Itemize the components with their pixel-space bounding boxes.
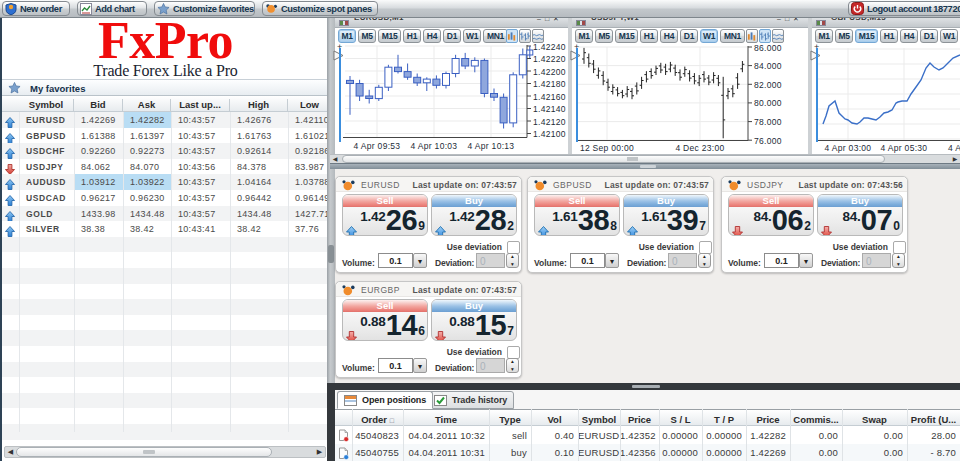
svg-text:82.000: 82.000	[754, 80, 782, 90]
svg-text:12 Sep 00:00: 12 Sep 00:00	[580, 143, 634, 153]
svg-text:4 Apr 09:53: 4 Apr 09:53	[354, 141, 401, 151]
svg-text:1.42160: 1.42160	[533, 92, 566, 102]
svg-text:4 Apr 10:03: 4 Apr 10:03	[411, 141, 458, 151]
svg-text:1.42240: 1.42240	[533, 44, 566, 52]
svg-text:4 Apr 03:00: 4 Apr 03:00	[825, 143, 872, 153]
svg-text:1.42140: 1.42140	[533, 104, 566, 114]
svg-text:4 Dec 23:00: 4 Dec 23:00	[675, 143, 724, 153]
svg-text:84.000: 84.000	[754, 61, 782, 71]
svg-text:76.000: 76.000	[754, 136, 782, 146]
svg-text:1.42200: 1.42200	[533, 67, 566, 77]
svg-text:1.42220: 1.42220	[533, 54, 566, 64]
svg-text:80.000: 80.000	[754, 98, 782, 108]
svg-text:1.42100: 1.42100	[533, 129, 566, 139]
svg-text:4 Apr 05:30: 4 Apr 05:30	[881, 143, 928, 153]
svg-text:1.42180: 1.42180	[533, 79, 566, 89]
svg-text:1.42120: 1.42120	[533, 117, 566, 127]
svg-text:4 Apr: 4 Apr	[948, 143, 960, 153]
svg-text:4 Apr 10:13: 4 Apr 10:13	[468, 141, 515, 151]
svg-text:78.000: 78.000	[754, 117, 782, 127]
svg-text:86.000: 86.000	[754, 44, 782, 53]
